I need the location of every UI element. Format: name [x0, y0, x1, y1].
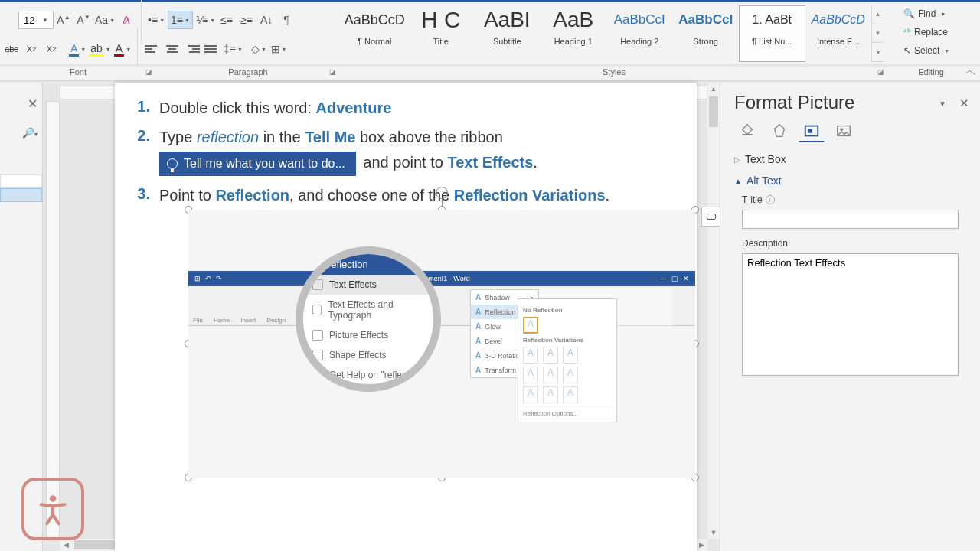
- format-pane-tabs: [720, 119, 980, 148]
- styles-gallery: AaBbCcD¶ NormalH CTitleAaBISubtitleAaBHe…: [341, 5, 884, 62]
- shrink-font-button[interactable]: A▼: [75, 11, 92, 29]
- list-number: 3.: [130, 185, 150, 205]
- font-size-value: 12: [24, 15, 34, 26]
- vertical-ruler[interactable]: [46, 101, 60, 539]
- chevron-down-icon[interactable]: ▼: [872, 24, 884, 44]
- align-center-button[interactable]: [164, 40, 181, 58]
- bullets-button[interactable]: •≡▼: [148, 11, 165, 29]
- svg-rect-2: [808, 129, 812, 133]
- superscript-button[interactable]: X2: [43, 40, 60, 58]
- line-spacing-button[interactable]: ‡≡▼: [224, 40, 243, 58]
- select-button[interactable]: ↖Select▼: [899, 41, 974, 60]
- text-effects-button[interactable]: A▼: [69, 40, 86, 58]
- style-item[interactable]: AaBISubtitle: [474, 5, 541, 62]
- alt-text-description-input[interactable]: [742, 253, 959, 376]
- magnifier-menu-item: Shape Effects: [303, 345, 433, 365]
- font-size-combo[interactable]: 12 ▼: [18, 11, 54, 29]
- document-page[interactable]: 1. Double click this word: Adventure 2. …: [115, 83, 697, 551]
- editing-group-label: Editing: [888, 67, 974, 80]
- lightbulb-icon: [167, 158, 178, 169]
- rotate-handle[interactable]: [436, 187, 448, 199]
- magnifier-overlay: 💡reflection Text EffectsText Effects and…: [296, 246, 441, 392]
- chevron-down-icon[interactable]: ▼: [939, 99, 946, 108]
- textbox-section[interactable]: ▷Text Box: [720, 148, 980, 170]
- change-case-button[interactable]: Aa▼: [95, 11, 115, 29]
- grow-font-button[interactable]: A▲: [55, 11, 72, 29]
- bold-word: Adventure: [316, 99, 392, 116]
- subscript-button[interactable]: X2: [23, 40, 40, 58]
- collapse-ribbon-button[interactable]: へ: [966, 66, 975, 79]
- accessibility-watermark: [21, 478, 84, 540]
- magnifier-search: 💡reflection: [303, 254, 433, 275]
- accessibility-icon: [35, 491, 70, 527]
- ribbon: 12 ▼ A▲ A▼ Aa▼ A̷ •≡▼ 1≡▼ ⅟≡▼ ≤≡ ≥≡ A↓ ¶…: [0, 0, 980, 64]
- cursor-icon: ↖: [903, 45, 911, 56]
- close-icon[interactable]: ✕: [959, 96, 969, 110]
- effects-tab[interactable]: [766, 119, 792, 142]
- expand-icon[interactable]: ▾: [872, 43, 884, 62]
- vertical-scrollbar[interactable]: ▲ ▼: [707, 83, 720, 539]
- fill-tab[interactable]: [734, 119, 760, 142]
- alttext-section[interactable]: ▲Alt Text: [720, 170, 980, 191]
- search-icon[interactable]: 🔎▾: [22, 127, 38, 139]
- sort-button[interactable]: A↓: [258, 11, 275, 29]
- chevron-down-icon: ▼: [42, 17, 48, 24]
- style-item[interactable]: AaBHeading 1: [541, 5, 607, 62]
- decrease-indent-button[interactable]: ≤≡: [218, 11, 235, 29]
- info-icon[interactable]: i: [766, 195, 775, 204]
- numbering-button[interactable]: 1≡▼: [168, 11, 193, 29]
- replace-button[interactable]: ᵃᵇReplace: [899, 23, 974, 41]
- scroll-left-icon[interactable]: ◀: [60, 539, 72, 551]
- close-icon[interactable]: ✕: [28, 96, 38, 111]
- dialog-launcher-icon[interactable]: ◪: [328, 68, 337, 77]
- style-item[interactable]: AaBbCcIHeading 2: [606, 5, 673, 62]
- pane-title: Format Picture ▼ ✕: [720, 83, 980, 119]
- style-item[interactable]: 1. AaBt¶ List Nu...: [739, 5, 805, 62]
- multilevel-list-button[interactable]: ⅟≡▼: [196, 11, 215, 29]
- find-button[interactable]: 🔍Find▼: [899, 5, 974, 23]
- shading-button[interactable]: ◇▼: [250, 40, 267, 58]
- font-color-button[interactable]: A▼: [114, 40, 131, 58]
- picture-content: ⊞↶↷ Document1 - Word —▢✕ FileHomeInsertD…: [188, 210, 695, 478]
- magnifier-menu-item: Text Effects: [303, 275, 433, 295]
- styles-gallery-more[interactable]: ▲ ▼ ▾: [871, 5, 884, 62]
- chevron-up-icon[interactable]: ▲: [872, 5, 884, 24]
- scroll-right-icon[interactable]: ▶: [695, 539, 707, 551]
- dialog-launcher-icon[interactable]: ◪: [876, 68, 885, 77]
- scrollbar-thumb[interactable]: [709, 96, 718, 127]
- highlight-button[interactable]: ab▼: [89, 40, 111, 58]
- list-item: 1. Double click this word: Adventure: [130, 98, 681, 118]
- dialog-launcher-icon[interactable]: ◪: [144, 68, 153, 77]
- style-item[interactable]: AaBbCcIStrong: [673, 5, 740, 62]
- list-number: 2.: [130, 127, 150, 176]
- style-item[interactable]: AaBbCcDIntense E...: [805, 5, 872, 62]
- alt-text-title-input[interactable]: [742, 210, 959, 229]
- magnifier-menu-item: Text Effects and Typograph: [303, 295, 433, 325]
- picture-tab[interactable]: [831, 119, 857, 142]
- layout-options-button[interactable]: [701, 207, 721, 227]
- magnifier-menu-item: Picture Effects: [303, 325, 433, 345]
- align-right-button[interactable]: [184, 40, 201, 58]
- selected-picture[interactable]: ⊞↶↷ Document1 - Word —▢✕ FileHomeInsertD…: [188, 210, 695, 478]
- scroll-up-icon[interactable]: ▲: [707, 83, 720, 95]
- clear-formatting-button[interactable]: A̷: [118, 11, 135, 29]
- chevron-right-icon: ▷: [734, 155, 740, 164]
- borders-button[interactable]: ⊞▼: [270, 40, 287, 58]
- strikethrough-button[interactable]: abc: [3, 40, 20, 58]
- style-item[interactable]: H CTitle: [408, 5, 475, 62]
- nav-heading-item-active[interactable]: [0, 188, 42, 202]
- svg-point-4: [840, 128, 843, 131]
- mini-titlebar: ⊞↶↷ Document1 - Word —▢✕: [188, 271, 695, 286]
- layout-options-icon: [707, 214, 716, 220]
- reflection-panel: No Reflection Reflection Variations Refl…: [518, 298, 617, 422]
- font-group-label: Font◪: [0, 67, 156, 80]
- show-marks-button[interactable]: ¶: [278, 11, 295, 29]
- style-item[interactable]: AaBbCcD¶ Normal: [341, 5, 408, 62]
- increase-indent-button[interactable]: ≥≡: [238, 11, 255, 29]
- layout-tab[interactable]: [799, 119, 825, 142]
- scroll-down-icon[interactable]: ▼: [707, 527, 720, 539]
- justify-button[interactable]: [204, 40, 220, 58]
- align-left-button[interactable]: [144, 40, 161, 58]
- lightbulb-icon: 💡: [311, 259, 323, 270]
- nav-heading-item[interactable]: [0, 174, 42, 188]
